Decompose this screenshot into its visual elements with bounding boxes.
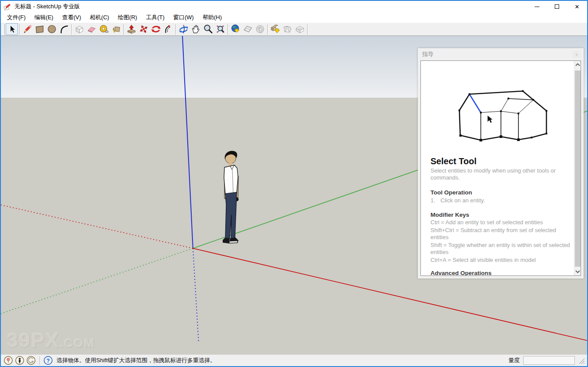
push-pull-icon: [126, 24, 136, 34]
make-component-box-icon: [74, 24, 84, 34]
menu-camera[interactable]: 相机(C): [85, 12, 113, 23]
close-button[interactable]: ✕: [567, 1, 587, 12]
toggle-terrain-button[interactable]: [242, 23, 254, 35]
advanced-operations-heading: Advanced Operations: [430, 270, 570, 276]
instructor-panel: 指导 x: [418, 48, 584, 279]
scroll-down-button[interactable]: [574, 268, 581, 275]
measurements-input[interactable]: [523, 356, 575, 365]
sketchup-app-icon: [4, 3, 11, 11]
svg-text:?: ?: [46, 357, 50, 364]
person-figure[interactable]: [214, 149, 245, 248]
minimize-button[interactable]: [527, 1, 547, 12]
watermark: 39PX.COM: [7, 330, 95, 350]
sketchup-window: 无标题 - SketchUp 专业版 ✕ 文件(F) 编辑(E) 查看(V) 相…: [0, 0, 588, 367]
share-component-button[interactable]: [294, 23, 306, 35]
menu-bar: 文件(F) 编辑(E) 查看(V) 相机(C) 绘图(R) 工具(T) 窗口(W…: [1, 12, 587, 23]
menu-view[interactable]: 查看(V): [58, 12, 85, 23]
help-icon[interactable]: ?: [43, 356, 53, 365]
modifier-line: Shift+Ctrl = Subtract an entity from set…: [430, 227, 570, 241]
scrollbar-thumb[interactable]: [575, 71, 581, 267]
menu-file[interactable]: 文件(F): [3, 12, 30, 23]
get-models-icon: [270, 24, 280, 34]
orbit-tool-button[interactable]: [177, 23, 189, 35]
watermark-big: 39PX: [7, 329, 60, 352]
eraser-tool-button[interactable]: [85, 23, 98, 35]
status-separator: [39, 356, 40, 365]
push-pull-button[interactable]: [125, 23, 137, 35]
rectangle-tool-button[interactable]: [33, 23, 46, 35]
zoom-extents-button[interactable]: [214, 23, 226, 35]
step-text: Click on an entity.: [441, 197, 485, 204]
select-tool-button[interactable]: [6, 23, 18, 35]
instructor-header[interactable]: 指导 x: [418, 48, 584, 60]
toolbar-grip[interactable]: [3, 24, 5, 35]
resize-grip[interactable]: [578, 357, 585, 365]
move-arrows-icon: [139, 24, 149, 34]
instructor-heading: Select Tool: [430, 156, 570, 166]
menu-draw[interactable]: 绘图(R): [113, 12, 141, 23]
rectangle-icon: [35, 24, 45, 34]
menu-window[interactable]: 窗口(W): [169, 12, 198, 23]
share-component-icon: [295, 24, 305, 34]
modifier-line: Ctrl = Add an entity to set of selected …: [430, 219, 570, 226]
preview-earth-button[interactable]: [254, 23, 266, 35]
modifier-line: Shift = Toggle whether an entity is with…: [430, 242, 570, 256]
menu-edit[interactable]: 编辑(E): [30, 12, 58, 23]
status-hint: 选择物体。使用Shift键扩大选择范围，拖拽鼠标进行多重选择。: [56, 356, 216, 364]
modifier-line: Ctrl+A = Select all visible entities in …: [430, 257, 570, 264]
tape-measure-icon: [99, 24, 109, 34]
rotate-tool-button[interactable]: [150, 23, 162, 35]
toolbar: [1, 23, 587, 36]
menu-help[interactable]: 帮助(H): [198, 12, 226, 23]
chevron-down-icon: [575, 270, 580, 273]
watermark-small: .COM: [60, 336, 95, 350]
minimize-icon: [535, 7, 539, 7]
pan-hand-icon: [191, 24, 201, 34]
window-title: 无标题 - SketchUp 专业版: [14, 3, 80, 11]
claim-credit-icon[interactable]: [15, 356, 24, 365]
make-component-button[interactable]: [73, 23, 85, 35]
zoom-extents-icon: [215, 24, 225, 34]
maximize-icon: [555, 4, 559, 9]
scroll-up-button[interactable]: [574, 61, 581, 68]
zoom-icon: [203, 24, 213, 34]
toolbar-separator: [123, 24, 124, 35]
toolbar-separator: [71, 24, 72, 35]
maximize-button[interactable]: [547, 1, 567, 12]
toolbar-separator: [228, 24, 228, 35]
paint-bucket-icon: [111, 24, 121, 34]
preview-earth-icon: [255, 24, 265, 34]
circle-icon: [47, 24, 57, 34]
add-location-globe-icon: [231, 24, 241, 34]
title-bar: 无标题 - SketchUp 专业版 ✕: [1, 1, 587, 12]
pan-tool-button[interactable]: [189, 23, 202, 35]
modifier-keys-heading: Modifier Keys: [430, 212, 570, 218]
circle-tool-button[interactable]: [46, 23, 58, 35]
pencil-line-icon: [22, 24, 32, 34]
zoom-tool-button[interactable]: [202, 23, 214, 35]
instructor-close-button[interactable]: x: [572, 50, 581, 58]
menu-tools[interactable]: 工具(T): [141, 12, 169, 23]
close-icon: ✕: [575, 4, 580, 10]
model-viewport[interactable]: 39PX.COM 指导 x: [1, 36, 587, 354]
move-tool-button[interactable]: [137, 23, 150, 35]
tape-measure-button[interactable]: [98, 23, 110, 35]
eraser-icon: [87, 24, 97, 34]
tool-operation-heading: Tool Operation: [430, 189, 570, 196]
instructor-description: Select entities to modify when using oth…: [430, 167, 570, 181]
instructor-scrollbar[interactable]: [574, 61, 581, 275]
geolocation-icon[interactable]: [4, 356, 13, 365]
status-bar: ? 选择物体。使用Shift键扩大选择范围，拖拽鼠标进行多重选择。 量度: [1, 354, 587, 366]
sign-in-icon[interactable]: [26, 356, 36, 365]
share-model-button[interactable]: [281, 23, 294, 35]
chevron-up-icon: [575, 63, 580, 66]
toolbar-separator: [19, 24, 20, 35]
instructor-content-area: Select Tool Select entities to modify wh…: [420, 60, 581, 276]
paint-bucket-button[interactable]: [110, 23, 122, 35]
line-tool-button[interactable]: [21, 23, 33, 35]
offset-tool-button[interactable]: [162, 23, 174, 35]
add-location-button[interactable]: [229, 23, 242, 35]
get-models-button[interactable]: [269, 23, 281, 35]
arc-tool-button[interactable]: [58, 23, 70, 35]
panel-close-icon: x: [575, 52, 578, 57]
